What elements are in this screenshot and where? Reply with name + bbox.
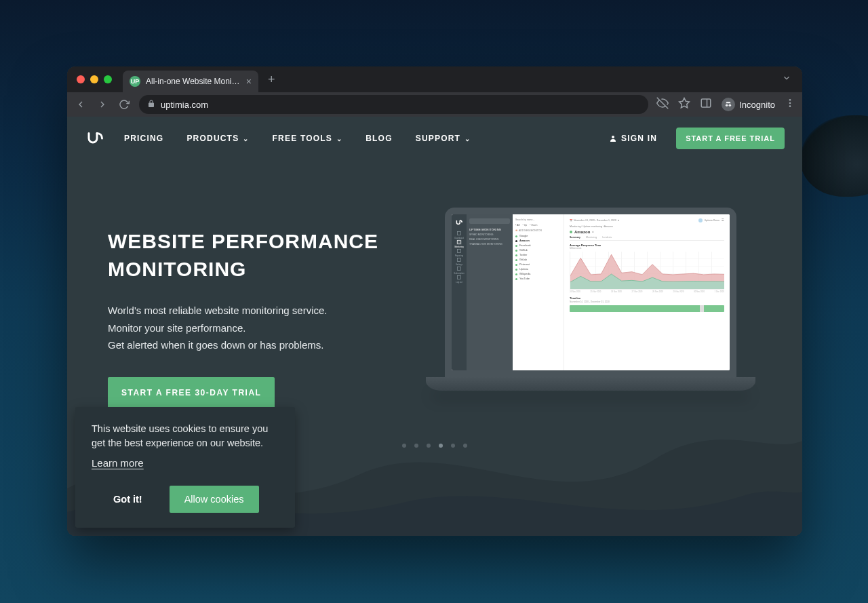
toolbar-right-icons: Incognito [656,97,795,112]
app-tabs: SummaryMonitoringIncidents [570,236,724,241]
svg-rect-10 [458,232,461,235]
app-list-item: Wikipedia [515,273,561,275]
page-content: PRICING PRODUCTS⌄ FREE TOOLS⌄ BLOG SUPPO… [67,117,802,536]
app-sidebar-item: TRANSACTION MONITORING [469,243,510,246]
app-rail-item: Log out [454,275,464,284]
user-icon [609,134,617,142]
svg-point-5 [729,104,732,106]
cookie-allow-button[interactable]: Allow cookies [170,486,259,513]
carousel-dot[interactable] [463,444,467,448]
side-panel-icon[interactable] [700,97,712,112]
hero-section: WEBSITE PERFORMANCE MONITORING World's m… [67,160,802,408]
nav-pricing[interactable]: PRICING [124,134,163,143]
app-rail-logo-icon [455,218,463,227]
nav-reload-button[interactable] [117,98,131,111]
signin-link[interactable]: SIGN IN [609,134,657,143]
carousel-dot[interactable] [402,444,406,448]
browser-menu-button[interactable] [785,98,795,111]
tracking-eye-icon[interactable] [656,97,669,112]
browser-tab[interactable]: UP All-in-one Website Monitoring × [123,71,258,92]
app-list-item: GitHub [515,249,561,252]
nav-forward-button[interactable] [96,98,109,111]
nav-free-tools[interactable]: FREE TOOLS⌄ [273,134,343,143]
app-list-item: YouTube [515,277,561,280]
window-traffic-lights [77,75,112,83]
laptop-mockup: DashboardMonitoringReportingSettingsSubs… [445,208,736,391]
app-sidebar: UPTIME MONITORING SPEED MONITORINGREAL U… [467,214,513,370]
app-list-item: Amazon [515,239,561,242]
chart-x-labels: 24 Nov 202025 Nov 202026 Nov 202027 Nov … [570,290,724,293]
app-sidebar-item: SPEED MONITORING [469,233,510,236]
svg-point-9 [612,136,614,138]
cookie-banner: This website uses cookies to ensure you … [75,407,295,528]
app-date-range: 📅 November 24, 2020 - December 1, 2020 ▾ [570,219,619,222]
svg-rect-2 [701,99,711,107]
carousel-dot[interactable] [439,444,443,448]
address-bar[interactable]: uptimia.com [139,95,648,114]
app-tab-summary: Summary [570,236,580,239]
cookie-dismiss-button[interactable]: Got it! [113,494,142,505]
app-add-monitor: ⊕ADD NEW MONITOR [515,229,561,232]
bookmark-star-icon[interactable] [678,97,690,112]
app-tab-monitoring: Monitoring [586,236,597,239]
svg-marker-1 [679,98,690,108]
window-minimize-button[interactable] [90,75,98,83]
svg-point-4 [726,104,728,106]
app-breadcrumb: Monitoring › Uptime monitoring › Amazon [570,225,724,228]
laptop-base [426,377,755,391]
app-rail-item: Subscription [454,266,464,275]
app-rail-item: Settings [454,257,464,266]
hero-start-trial-button[interactable]: START A FREE 30-DAY TRIAL [108,377,275,408]
laptop-screen: DashboardMonitoringReportingSettingsSubs… [445,208,736,377]
app-list-search-placeholder: Search by name... [515,218,561,221]
cookie-message: This website uses cookies to ensure you … [92,422,279,450]
incognito-label: Incognito [739,100,775,110]
app-screenshot: DashboardMonitoringReportingSettingsSubs… [452,214,730,370]
new-tab-button[interactable]: + [264,73,279,87]
nav-support[interactable]: SUPPORT⌄ [416,134,471,143]
incognito-chip[interactable]: Incognito [722,98,775,111]
status-dot-icon [570,231,572,233]
app-list-item: Facebook [515,244,561,247]
app-monitor-title: Amazon ⚙ [570,230,724,234]
app-list-item: Twitter [515,254,561,256]
hero-mockup: DashboardMonitoringReportingSettingsSubs… [420,228,762,408]
tabs-menu-button[interactable] [778,73,795,85]
app-user-label: Uptimia Demo [705,219,719,222]
site-logo[interactable] [85,128,105,149]
nav-blog[interactable]: BLOG [366,134,392,143]
window-close-button[interactable] [77,75,85,83]
carousel-dot[interactable] [414,444,418,448]
cookie-learn-more-link[interactable]: Learn more [92,457,144,469]
svg-point-6 [789,99,791,101]
svg-rect-13 [458,258,461,262]
app-list-item: Pinterest [515,263,561,266]
tab-title: All-in-one Website Monitoring [146,77,241,86]
hero-text: WEBSITE PERFORMANCE MONITORING World's m… [108,228,393,408]
carousel-dot[interactable] [451,444,455,448]
url-text: uptimia.com [161,100,208,110]
app-rail-item: Monitoring [454,239,464,248]
carousel-dot[interactable] [427,444,431,448]
tab-close-button[interactable]: × [246,76,252,87]
lock-icon [147,100,155,110]
app-filter-down: • Down [530,224,537,227]
timeline-subtitle: November 24, 2020 - December 01, 2020 [570,300,724,303]
nav-products[interactable]: PRODUCTS⌄ [186,134,249,143]
timeline-bar [570,305,724,312]
start-trial-button[interactable]: START A FREE TRIAL [676,128,785,149]
svg-rect-15 [458,276,461,279]
app-filter-all: • All [515,224,520,227]
nav-back-button[interactable] [74,98,87,111]
svg-rect-12 [458,250,461,253]
app-rail: DashboardMonitoringReportingSettingsSubs… [452,214,467,370]
site-navbar: PRICING PRODUCTS⌄ FREE TOOLS⌄ BLOG SUPPO… [67,117,802,160]
hero-title: WEBSITE PERFORMANCE MONITORING [108,228,393,283]
svg-rect-14 [458,267,461,271]
chevron-down-icon: ⌄ [465,135,471,142]
hero-line: Get alerted when it goes down or has pro… [108,336,393,354]
response-time-chart [570,252,724,290]
window-zoom-button[interactable] [104,75,112,83]
app-sidebar-item: REAL USER MONITORING [469,238,510,241]
app-main-panel: 📅 November 24, 2020 - December 1, 2020 ▾… [564,214,730,370]
